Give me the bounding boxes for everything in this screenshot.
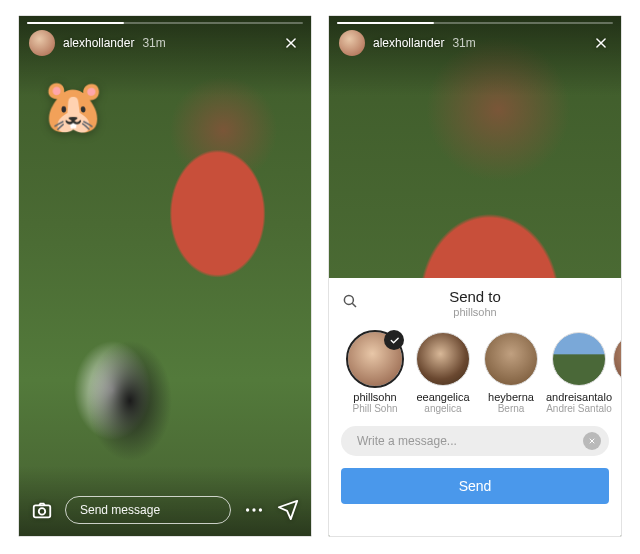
- sheet-subtitle: phillsohn: [359, 306, 591, 318]
- contact-andreisantalo[interactable]: andreisantaloAndrei Santalo: [545, 332, 613, 414]
- svg-point-4: [259, 508, 262, 511]
- contact-username: phillsohn: [341, 391, 409, 403]
- contact-phillsohn[interactable]: phillsohnPhill Sohn: [341, 332, 409, 414]
- contact-avatar: [416, 332, 470, 386]
- contacts-row[interactable]: phillsohnPhill Sohneeangelicaangelicahey…: [329, 324, 621, 420]
- contact-avatar: [613, 332, 621, 386]
- contact-display-name: angelica: [409, 403, 477, 414]
- contact-avatar: [552, 332, 606, 386]
- svg-point-3: [252, 508, 255, 511]
- svg-rect-0: [34, 505, 51, 517]
- story-header: alexhollander 31m: [339, 30, 611, 56]
- contact-emn[interactable]: emnEn: [613, 332, 621, 414]
- send-to-phone: alexhollander 31m Send to phillsohn phil…: [328, 15, 622, 537]
- story-timestamp: 31m: [142, 36, 165, 50]
- author-username[interactable]: alexhollander: [63, 36, 134, 50]
- close-icon[interactable]: [281, 33, 301, 53]
- message-input[interactable]: [355, 433, 583, 449]
- camera-icon[interactable]: [31, 499, 53, 521]
- author-avatar[interactable]: [29, 30, 55, 56]
- author-avatar[interactable]: [339, 30, 365, 56]
- close-icon[interactable]: [591, 33, 611, 53]
- send-message-placeholder: Send message: [80, 503, 160, 517]
- send-button[interactable]: Send: [341, 468, 609, 504]
- contact-username: andreisantalo: [545, 391, 613, 403]
- message-field[interactable]: [341, 426, 609, 456]
- send-to-sheet: Send to phillsohn phillsohnPhill Sohneea…: [329, 278, 621, 536]
- story-timestamp: 31m: [452, 36, 475, 50]
- search-icon[interactable]: [341, 292, 359, 310]
- contact-heyberna[interactable]: heybernaBerna: [477, 332, 545, 414]
- contact-display-name: Andrei Santalo: [545, 403, 613, 414]
- story-header: alexhollander 31m: [29, 30, 301, 56]
- sheet-title: Send to: [359, 288, 591, 305]
- contact-display-name: Phill Sohn: [341, 403, 409, 414]
- story-progress-bar: [27, 22, 303, 24]
- contact-avatar: [484, 332, 538, 386]
- share-icon[interactable]: [277, 499, 299, 521]
- contact-username: eeangelica: [409, 391, 477, 403]
- contact-username: heyberna: [477, 391, 545, 403]
- sheet-header: Send to phillsohn: [329, 278, 621, 324]
- svg-point-2: [246, 508, 249, 511]
- story-view-phone: alexhollander 31m 🐹 Send message: [18, 15, 312, 537]
- story-progress-bar: [337, 22, 613, 24]
- contact-display-name: Berna: [477, 403, 545, 414]
- svg-point-5: [344, 295, 353, 304]
- contact-eeangelica[interactable]: eeangelicaangelica: [409, 332, 477, 414]
- contact-display-name: En: [613, 403, 621, 414]
- more-icon[interactable]: [243, 499, 265, 521]
- story-footer: Send message: [31, 496, 299, 524]
- author-username[interactable]: alexhollander: [373, 36, 444, 50]
- contact-username: emn: [613, 391, 621, 403]
- selected-check-icon: [384, 330, 404, 350]
- hamster-sticker: 🐹: [41, 76, 106, 137]
- send-message-input[interactable]: Send message: [65, 496, 231, 524]
- svg-point-1: [39, 508, 45, 514]
- clear-icon[interactable]: [583, 432, 601, 450]
